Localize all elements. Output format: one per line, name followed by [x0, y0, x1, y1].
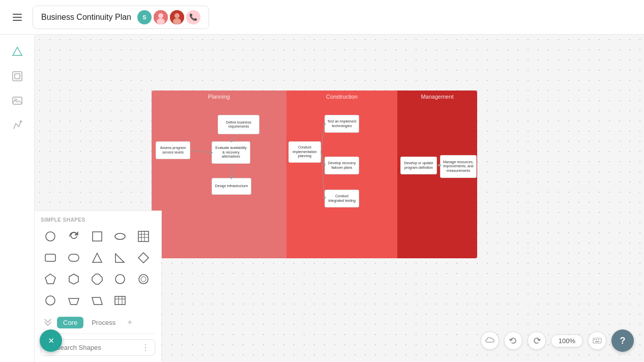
sidebar-drawing-icon[interactable] [6, 114, 28, 136]
shape-table[interactable] [110, 291, 130, 310]
svg-rect-0 [13, 14, 22, 15]
shape-oval[interactable] [110, 227, 130, 246]
lane-construction: Construction Test an implement technolog… [286, 90, 397, 258]
diagram: Planning Define business requirements As… [152, 90, 477, 258]
svg-rect-2 [13, 20, 22, 21]
fab-button[interactable]: + [40, 329, 62, 352]
left-sidebar [0, 35, 35, 362]
sidebar-shapes-icon[interactable] [6, 41, 28, 63]
shapes-grid [41, 227, 155, 310]
svg-rect-50 [593, 338, 601, 343]
svg-rect-11 [15, 74, 20, 79]
box-conduct-impl[interactable]: Conduct implementation planning [288, 141, 321, 163]
svg-line-18 [321, 124, 325, 152]
shape-parallelogram[interactable] [87, 291, 107, 310]
lane-planning-header: Planning [152, 90, 286, 103]
svg-marker-36 [69, 274, 78, 284]
svg-point-41 [46, 296, 55, 305]
shape-triangle[interactable] [87, 248, 107, 267]
zoom-level[interactable]: 100% [551, 335, 583, 347]
svg-point-38 [115, 275, 125, 284]
svg-point-8 [173, 18, 181, 24]
tab-core[interactable]: Core [57, 317, 83, 328]
svg-rect-31 [69, 254, 79, 261]
svg-point-14 [20, 120, 22, 123]
svg-marker-35 [45, 274, 55, 284]
sidebar-image-icon[interactable] [6, 89, 28, 112]
shape-hexagon[interactable] [64, 269, 83, 289]
svg-marker-32 [93, 253, 102, 262]
bottom-controls: 100% ? [481, 329, 634, 352]
lane-planning: Planning Define business requirements As… [152, 90, 286, 258]
shape-rounded-rect2[interactable] [64, 248, 83, 267]
svg-rect-1 [13, 17, 22, 18]
svg-point-7 [174, 13, 180, 18]
svg-rect-25 [138, 231, 149, 242]
svg-line-16 [231, 134, 239, 141]
fab-icon: + [44, 334, 57, 347]
collaborators: S 📞 [137, 10, 200, 24]
svg-point-22 [46, 232, 55, 241]
search-input[interactable] [56, 344, 138, 351]
lane-construction-header: Construction [286, 90, 397, 103]
cloud-sync-button[interactable] [481, 331, 499, 350]
avatar-b [154, 10, 168, 24]
search-more-button[interactable]: ⋮ [141, 343, 150, 352]
shapes-tabs: Core Process + [41, 315, 155, 334]
tab-add-button[interactable]: + [124, 316, 136, 328]
keyboard-button[interactable] [588, 331, 606, 350]
shape-grid[interactable] [134, 227, 153, 246]
svg-point-24 [115, 233, 125, 239]
svg-marker-43 [92, 297, 102, 305]
svg-marker-37 [92, 274, 102, 284]
svg-line-15 [190, 150, 212, 153]
svg-point-40 [141, 277, 146, 282]
box-develop-program[interactable]: Develop or update program definition [400, 157, 437, 174]
svg-rect-10 [13, 72, 22, 81]
shape-circle4[interactable] [41, 291, 60, 310]
shapes-category-label: SIMPLE SHAPES [41, 217, 155, 223]
sidebar-frame-icon[interactable] [6, 65, 28, 87]
menu-button[interactable] [8, 8, 26, 26]
tab-process[interactable]: Process [85, 317, 122, 328]
call-button[interactable]: 📞 [186, 10, 200, 24]
box-define[interactable]: Define business requirements [218, 115, 259, 134]
shape-refresh[interactable] [64, 227, 83, 246]
title-box[interactable]: Business Continuity Plan S 📞 [33, 6, 209, 29]
shape-circle3[interactable] [134, 269, 153, 289]
box-design[interactable]: Design infrastructure [212, 178, 251, 195]
svg-point-4 [158, 13, 163, 18]
shape-circle2[interactable] [110, 269, 130, 289]
shape-rounded-rect[interactable] [41, 248, 60, 267]
svg-marker-34 [138, 253, 149, 263]
svg-point-39 [139, 275, 148, 284]
avatar-c [170, 10, 184, 24]
avatar-s: S [137, 10, 152, 24]
shape-trapezoid[interactable] [64, 291, 83, 310]
shape-right-triangle[interactable] [110, 248, 130, 267]
box-conduct-testing[interactable]: Conduct integrated testing [325, 190, 359, 207]
box-manage[interactable]: Manage resources, improvements, and meas… [440, 155, 477, 178]
svg-line-19 [321, 152, 325, 165]
svg-marker-9 [13, 47, 22, 55]
shape-diamond[interactable] [134, 248, 153, 267]
box-assess[interactable]: Assess program service levels [156, 141, 190, 159]
svg-line-20 [321, 152, 325, 198]
box-evaluate[interactable]: Evaluate availability & recovery alterna… [212, 141, 250, 164]
svg-rect-51 [594, 339, 595, 340]
undo-button[interactable] [504, 331, 522, 350]
svg-rect-23 [93, 232, 102, 241]
help-button[interactable]: ? [611, 329, 634, 352]
shapes-tab-icon[interactable] [41, 315, 55, 329]
topbar: Business Continuity Plan S 📞 [0, 0, 644, 35]
box-develop-recovery[interactable]: Develop recovery failover plans [325, 157, 359, 174]
shape-square[interactable] [87, 227, 107, 246]
shape-octagon[interactable] [87, 269, 107, 289]
box-test[interactable]: Test an implement technologies [325, 115, 359, 133]
svg-marker-33 [115, 254, 124, 262]
shape-circle[interactable] [41, 227, 60, 246]
shape-pentagon[interactable] [41, 269, 60, 289]
svg-rect-54 [595, 341, 599, 342]
redo-button[interactable] [528, 331, 546, 350]
svg-rect-12 [13, 97, 22, 104]
